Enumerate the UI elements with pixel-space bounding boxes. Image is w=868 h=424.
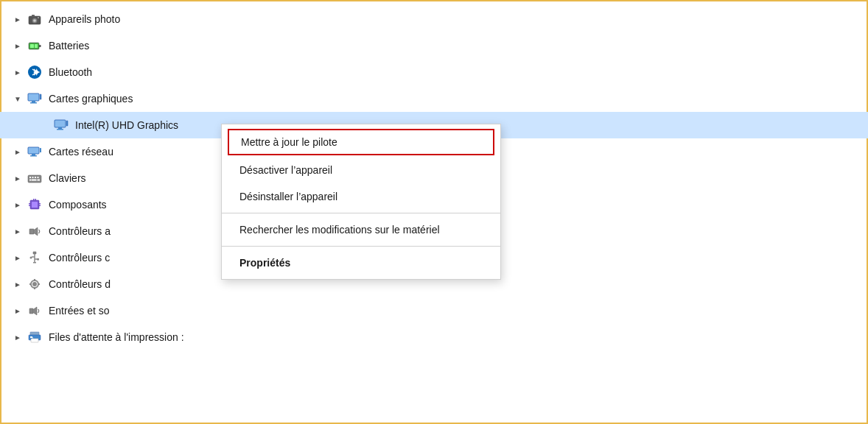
chevron-icon: ► <box>12 172 24 184</box>
tree-item-label: Intel(R) UHD Graphics <box>75 119 178 131</box>
tree-item-label: Files d'attente à l'impression : <box>49 331 184 343</box>
tree-item-label: Contrôleurs d <box>49 278 111 290</box>
gear-icon <box>27 276 43 292</box>
svg-rect-15 <box>40 94 41 99</box>
camera-icon <box>27 11 43 27</box>
chevron-icon: ► <box>12 66 24 78</box>
chevron-icon: ► <box>12 40 24 52</box>
monitor-icon <box>27 91 43 107</box>
svg-rect-12 <box>29 94 39 101</box>
svg-rect-41 <box>35 199 37 200</box>
uninstall-device-menu-item[interactable]: Désinstaller l’appareil <box>222 183 500 210</box>
disable-device-menu-item[interactable]: Désactiver l’appareil <box>222 157 500 183</box>
tree-item-label: Batteries <box>49 40 89 52</box>
update-driver-menu-item[interactable]: Mettre à jour le pilote <box>228 129 494 155</box>
tree-item-label: Appareils photo <box>49 13 120 25</box>
svg-rect-14 <box>30 102 37 104</box>
context-menu: Mettre à jour le pilote Désactiver l’app… <box>221 124 501 280</box>
tree-item-label: Entrées et so <box>49 305 110 317</box>
svg-point-45 <box>30 257 32 259</box>
svg-rect-42 <box>29 229 34 234</box>
properties-label: Propriétés <box>239 257 290 269</box>
network-icon <box>27 144 43 160</box>
battery-icon <box>27 38 43 54</box>
svg-rect-19 <box>57 129 63 130</box>
svg-rect-31 <box>29 180 31 181</box>
chevron-icon: ► <box>12 331 24 343</box>
divider-2 <box>222 246 500 247</box>
svg-rect-40 <box>33 199 35 200</box>
svg-rect-54 <box>32 338 33 339</box>
tree-item-label: Contrôleurs c <box>49 252 110 264</box>
svg-rect-46 <box>37 258 39 261</box>
tree-item-label: Contrôleurs a <box>49 225 111 237</box>
svg-rect-27 <box>29 177 31 178</box>
tree-item-label: Cartes réseau <box>49 146 113 158</box>
svg-rect-23 <box>32 154 35 155</box>
svg-rect-49 <box>29 308 33 314</box>
printer-icon <box>27 329 43 345</box>
svg-rect-37 <box>29 205 30 207</box>
tree-item-files-impression[interactable]: ► Files d'attente à l'impression : <box>0 324 868 350</box>
device-manager: ► Appareils photo ► <box>0 0 868 424</box>
svg-rect-17 <box>55 121 66 127</box>
svg-rect-33 <box>38 180 41 181</box>
divider-1 <box>222 213 500 213</box>
tree-item-label: Composants <box>49 199 107 211</box>
svg-rect-52 <box>31 339 38 342</box>
svg-rect-7 <box>30 44 34 48</box>
tree-item-appareils-photo[interactable]: ► Appareils photo <box>0 6 868 32</box>
svg-rect-38 <box>39 203 41 205</box>
svg-rect-24 <box>30 155 37 157</box>
tree-item-label: Claviers <box>49 172 86 184</box>
svg-point-2 <box>33 19 36 22</box>
scan-changes-label: Rechercher les modifications sur le maté… <box>239 224 440 236</box>
update-driver-label: Mettre à jour le pilote <box>241 136 337 148</box>
svg-rect-8 <box>35 44 38 48</box>
svg-rect-18 <box>58 127 62 129</box>
audio-icon <box>27 223 43 239</box>
uninstall-device-label: Désinstaller l’appareil <box>239 191 337 202</box>
svg-rect-25 <box>40 148 41 152</box>
tree-item-cartes-graphiques[interactable]: ▼ Cartes graphiques <box>0 85 868 112</box>
no-chevron <box>38 119 50 131</box>
svg-rect-53 <box>30 336 32 338</box>
tree-item-entrees[interactable]: ► Entrées et so <box>0 297 868 324</box>
bluetooth-icon: ✦ <box>27 64 43 80</box>
tree-item-bluetooth[interactable]: ► ✦ Bluetooth <box>0 59 868 85</box>
svg-point-47 <box>32 282 37 286</box>
component-icon <box>27 197 43 213</box>
keyboard-icon <box>27 170 43 186</box>
usb-icon <box>27 250 43 266</box>
audio2-icon <box>27 303 43 319</box>
svg-rect-28 <box>32 177 34 178</box>
svg-rect-3 <box>32 15 35 17</box>
properties-menu-item[interactable]: Propriétés <box>222 250 500 276</box>
svg-rect-30 <box>38 177 39 178</box>
svg-rect-26 <box>28 175 41 183</box>
chevron-icon: ► <box>12 278 24 290</box>
scan-changes-menu-item[interactable]: Rechercher les modifications sur le maté… <box>222 216 500 243</box>
chevron-icon: ► <box>12 225 24 237</box>
chevron-expanded-icon: ▼ <box>12 93 24 105</box>
svg-rect-35 <box>32 202 38 208</box>
tree-item-label: Cartes graphiques <box>49 93 133 105</box>
disable-device-label: Désactiver l’appareil <box>239 164 332 176</box>
chevron-icon: ► <box>12 13 24 25</box>
svg-rect-29 <box>35 177 36 178</box>
tree-item-batteries[interactable]: ► Batteries <box>0 32 868 59</box>
svg-rect-39 <box>39 205 41 207</box>
svg-rect-32 <box>32 180 37 181</box>
svg-rect-20 <box>66 121 68 126</box>
chevron-icon: ► <box>12 305 24 317</box>
chevron-icon: ► <box>12 146 24 158</box>
svg-rect-36 <box>29 203 30 205</box>
svg-rect-6 <box>39 45 41 47</box>
chevron-icon: ► <box>12 252 24 264</box>
monitor-small-icon <box>53 117 69 133</box>
svg-rect-22 <box>29 148 39 154</box>
svg-rect-43 <box>33 252 36 254</box>
svg-rect-13 <box>32 101 35 102</box>
chevron-icon: ► <box>12 199 24 211</box>
svg-point-4 <box>38 17 39 18</box>
